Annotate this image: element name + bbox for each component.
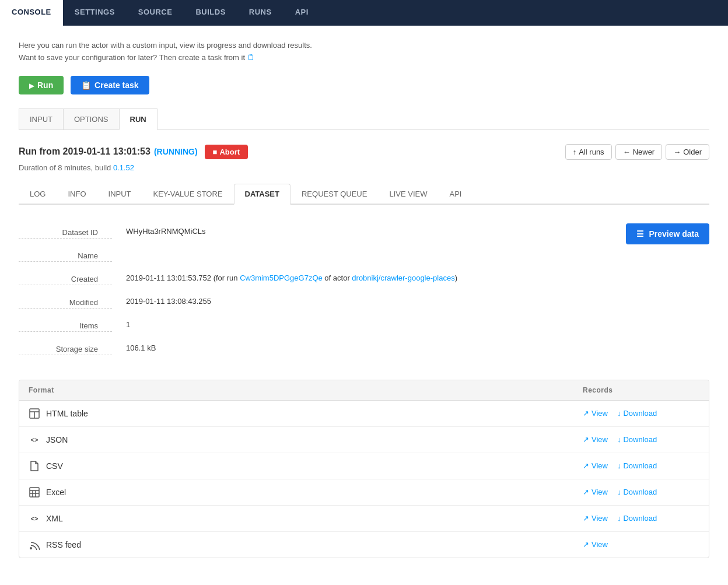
actor-link[interactable]: drobnikj/crawler-google-places	[352, 274, 454, 282]
rss-label: RSS feed	[46, 540, 81, 549]
svg-rect-3	[30, 488, 39, 497]
download-icon: ↓	[617, 435, 621, 444]
inner-tab-keyvalue[interactable]: KEY-VALUE STORE	[142, 184, 234, 205]
csv-download-link[interactable]: ↓ Download	[617, 461, 657, 470]
preview-data-button[interactable]: ☰ Preview data	[626, 223, 709, 244]
csv-label: CSV	[46, 461, 63, 471]
secondary-tab-run[interactable]: RUN	[119, 108, 158, 130]
xml-download-link[interactable]: ↓ Download	[617, 514, 657, 523]
menu-icon: ☰	[636, 229, 644, 239]
storage-size-value: 106.1 kB	[126, 344, 156, 352]
view-icon: ↗	[583, 514, 589, 523]
build-version-link[interactable]: 0.1.52	[113, 163, 134, 172]
run-title-area: Run from 2019-01-11 13:01:53 (RUNNING) ■…	[19, 145, 248, 159]
html-table-label: HTML table	[46, 409, 88, 418]
inner-tab-info[interactable]: INFO	[57, 184, 97, 205]
excel-download-link[interactable]: ↓ Download	[617, 488, 657, 496]
older-button[interactable]: → Older	[666, 144, 709, 160]
tab-console[interactable]: CONSOLE	[0, 0, 63, 26]
dataset-id-label: Dataset ID	[19, 228, 112, 239]
task-icon: 📋	[81, 80, 91, 90]
view-icon: ↗	[583, 488, 589, 496]
html-records-cell: ↗ View ↓ Download	[583, 409, 699, 418]
tab-settings[interactable]: SETTINGS	[63, 0, 127, 26]
html-view-link[interactable]: ↗ View	[583, 409, 608, 418]
html-download-link[interactable]: ↓ Download	[617, 409, 657, 418]
inner-tab-input[interactable]: INPUT	[97, 184, 142, 205]
json-label: JSON	[46, 435, 68, 444]
inner-tab-requestqueue[interactable]: REQUEST QUEUE	[290, 184, 378, 205]
allruns-icon: ↑	[573, 148, 577, 156]
excel-format-cell: Excel	[29, 486, 583, 498]
xml-view-link[interactable]: ↗ View	[583, 514, 608, 523]
view-icon: ↗	[583, 409, 589, 418]
xml-format-cell: <> XML	[29, 513, 583, 524]
items-value: 1	[126, 320, 130, 329]
abort-button[interactable]: ■ Abort	[205, 145, 249, 159]
secondary-tab-input[interactable]: INPUT	[19, 108, 64, 129]
run-button[interactable]: Run	[19, 76, 64, 94]
inner-tab-dataset[interactable]: DATASET	[234, 184, 290, 205]
inner-tab-log[interactable]: LOG	[19, 184, 57, 205]
older-icon: →	[673, 148, 681, 156]
format-column-header: Format	[29, 386, 583, 394]
inner-tab-api[interactable]: API	[438, 184, 473, 205]
csv-records-cell: ↗ View ↓ Download	[583, 461, 699, 470]
rss-records-cell: ↗ View	[583, 540, 699, 549]
html-format-cell: HTML table	[29, 408, 583, 419]
secondary-tabs: INPUT OPTIONS RUN	[19, 108, 709, 130]
table-row: <> XML ↗ View ↓ Download	[19, 506, 709, 532]
tab-api[interactable]: API	[284, 0, 320, 26]
run-nav-buttons: ↑ All runs ← Newer → Older	[565, 144, 709, 160]
modified-row: Modified 2019-01-11 13:08:43.255	[19, 291, 709, 314]
view-icon: ↗	[583, 435, 589, 444]
view-icon: ↗	[583, 540, 589, 549]
name-label: Name	[19, 251, 112, 262]
tab-source[interactable]: SOURCE	[127, 0, 184, 26]
xml-label: XML	[46, 514, 63, 523]
run-header: Run from 2019-01-11 13:01:53 (RUNNING) ■…	[19, 144, 709, 160]
create-task-link[interactable]: 🗒	[247, 53, 255, 62]
excel-view-link[interactable]: ↗ View	[583, 488, 608, 496]
rss-icon	[29, 539, 40, 551]
run-title: Run from 2019-01-11 13:01:53	[19, 146, 150, 157]
excel-icon	[29, 486, 40, 498]
csv-icon	[29, 460, 40, 472]
download-table: Format Records HTML table ↗ View	[19, 380, 709, 558]
tab-runs[interactable]: RUNS	[237, 0, 284, 26]
inner-tab-liveview[interactable]: LIVE VIEW	[378, 184, 438, 205]
run-status: (RUNNING)	[154, 147, 198, 156]
newer-button[interactable]: ← Newer	[615, 144, 663, 160]
description: Here you can run the actor with a custom…	[19, 40, 709, 64]
dataset-id-row: Dataset ID WHyHta3rRNMQMiCLs	[19, 221, 709, 244]
run-duration: Duration of 8 minutes, build 0.1.52	[19, 163, 709, 172]
json-view-link[interactable]: ↗ View	[583, 435, 608, 444]
storage-size-label: Storage size	[19, 345, 112, 355]
created-label: Created	[19, 275, 112, 285]
csv-view-link[interactable]: ↗ View	[583, 461, 608, 470]
download-icon: ↓	[617, 488, 621, 496]
html-table-icon	[29, 408, 40, 419]
excel-records-cell: ↗ View ↓ Download	[583, 488, 699, 496]
json-records-cell: ↗ View ↓ Download	[583, 435, 699, 444]
newer-icon: ←	[623, 148, 631, 156]
run-link[interactable]: Cw3mim5DPGgeG7zQe	[240, 274, 323, 282]
table-row: Excel ↗ View ↓ Download	[19, 479, 709, 506]
download-icon: ↓	[617, 514, 621, 523]
json-download-link[interactable]: ↓ Download	[617, 435, 657, 444]
all-runs-button[interactable]: ↑ All runs	[565, 144, 612, 160]
secondary-tab-options[interactable]: OPTIONS	[63, 108, 120, 129]
table-row: HTML table ↗ View ↓ Download	[19, 401, 709, 427]
download-icon: ↓	[617, 461, 621, 470]
storage-size-row: Storage size 106.1 kB	[19, 338, 709, 361]
table-row: RSS feed ↗ View	[19, 532, 709, 558]
description-line1: Here you can run the actor with a custom…	[19, 41, 312, 50]
tab-builds[interactable]: BUILDS	[184, 0, 237, 26]
created-suffix: )	[455, 274, 457, 282]
table-row: CSV ↗ View ↓ Download	[19, 453, 709, 479]
rss-view-link[interactable]: ↗ View	[583, 540, 608, 549]
action-buttons: Run 📋 Create task	[19, 76, 709, 94]
svg-point-8	[30, 547, 32, 549]
create-task-button[interactable]: 📋 Create task	[71, 76, 149, 94]
play-icon	[29, 80, 34, 90]
